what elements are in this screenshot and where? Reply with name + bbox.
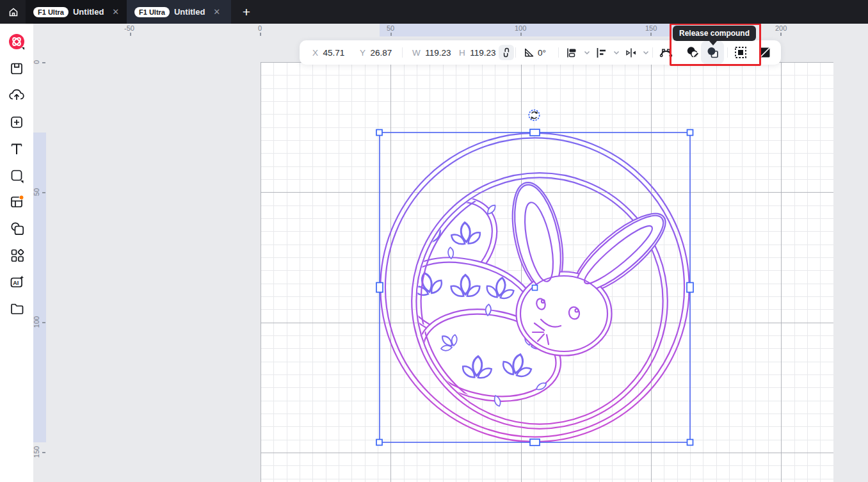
svg-text:AI: AI (13, 280, 19, 286)
